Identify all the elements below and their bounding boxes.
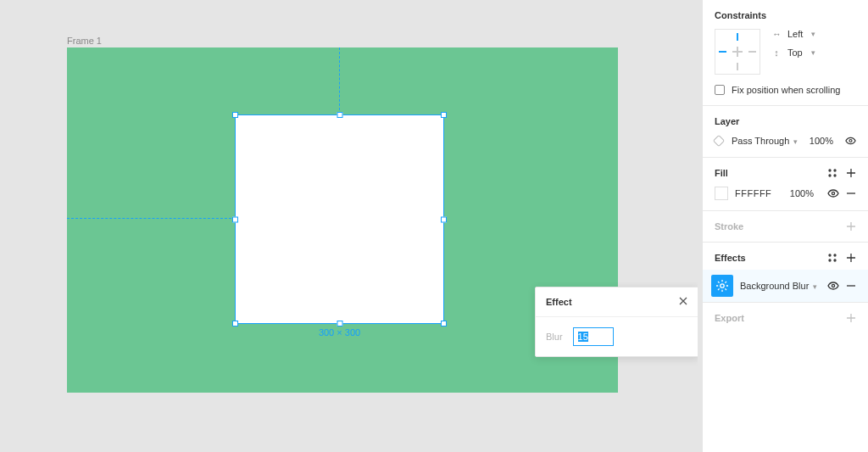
smart-guide-vertical: [339, 47, 340, 114]
vertical-arrows-icon: ↕: [772, 47, 781, 58]
chevron-down-icon: ▾: [811, 30, 815, 38]
svg-point-4: [834, 175, 836, 176]
scrollbar-thumb[interactable]: [698, 3, 703, 326]
effect-type-select[interactable]: Background Blur ▾: [740, 281, 821, 291]
horizontal-arrows-icon: ↔: [772, 29, 781, 39]
constraint-left-icon[interactable]: [719, 51, 726, 53]
add-stroke-icon[interactable]: [846, 221, 856, 232]
chevron-down-icon: ▾: [813, 282, 817, 291]
export-title: Export: [715, 313, 744, 323]
constraints-widget[interactable]: [715, 29, 760, 75]
svg-point-2: [834, 170, 836, 171]
svg-point-3: [829, 175, 831, 176]
blur-input[interactable]: [573, 327, 614, 346]
constraint-horizontal-value: Left: [787, 29, 803, 39]
frame-label[interactable]: Frame 1: [67, 36, 102, 46]
constraint-vertical-value: Top: [787, 47, 803, 58]
constraints-title: Constraints: [715, 10, 766, 20]
blend-mode-value: Pass Through: [732, 136, 789, 146]
blur-label: Blur: [546, 332, 563, 342]
effects-title: Effects: [715, 253, 746, 263]
chevron-down-icon: ▾: [811, 48, 815, 57]
svg-point-1: [829, 170, 831, 171]
effect-row: Background Blur ▾: [703, 270, 868, 302]
smart-guide-horizontal: [67, 218, 236, 219]
remove-fill-icon[interactable]: [846, 188, 856, 198]
fix-position-label: Fix position when scrolling: [732, 85, 840, 95]
effect-settings-button[interactable]: [711, 275, 733, 297]
visibility-toggle-icon[interactable]: [827, 187, 839, 199]
effect-settings-popover: Effect Blur: [535, 287, 699, 357]
export-section: Export: [703, 303, 868, 333]
constraint-center-icon[interactable]: [732, 47, 743, 57]
layer-section: Layer Pass Through ▾ 100%: [703, 106, 868, 158]
add-fill-icon[interactable]: [846, 168, 856, 178]
constraint-right-icon[interactable]: [748, 51, 756, 53]
fill-hex-input[interactable]: FFFFFF: [735, 188, 771, 198]
svg-point-11: [832, 284, 834, 287]
fill-opacity-input[interactable]: 100%: [790, 188, 814, 198]
effects-section: Effects Background Blur ▾: [703, 243, 868, 303]
constraint-vertical-select[interactable]: ↕ Top ▾: [772, 47, 815, 58]
remove-effect-icon[interactable]: [846, 281, 856, 291]
visibility-toggle-icon[interactable]: [827, 280, 839, 292]
rectangle-shape[interactable]: [236, 115, 443, 323]
add-effect-icon[interactable]: [846, 253, 856, 263]
canvas[interactable]: Frame 1 300 × 300: [0, 0, 702, 452]
svg-point-10: [721, 284, 724, 287]
chevron-down-icon: ▾: [793, 137, 798, 146]
svg-point-8: [829, 259, 831, 261]
svg-point-5: [832, 192, 834, 194]
layer-title: Layer: [715, 116, 739, 126]
fill-title: Fill: [715, 168, 728, 178]
style-picker-icon[interactable]: [827, 253, 837, 263]
fix-position-checkbox[interactable]: [715, 85, 725, 95]
svg-point-0: [849, 140, 852, 142]
visibility-toggle-icon[interactable]: [845, 135, 856, 147]
style-picker-icon[interactable]: [827, 168, 837, 178]
svg-point-6: [829, 254, 831, 256]
constraints-section: Constraints ↔ Left ▾ ↕ Top ▾: [703, 0, 868, 106]
blend-mode-icon: [713, 135, 725, 147]
effect-type-value: Background Blur: [740, 281, 809, 291]
stroke-section: Stroke: [703, 211, 868, 243]
add-export-icon[interactable]: [846, 313, 856, 323]
selection-size-label: 300 × 300: [236, 327, 443, 338]
layer-opacity-input[interactable]: 100%: [810, 136, 833, 146]
close-icon[interactable]: [678, 296, 688, 308]
svg-point-9: [834, 259, 836, 261]
blend-mode-select[interactable]: Pass Through ▾: [732, 136, 798, 146]
inspector-panel: Constraints ↔ Left ▾ ↕ Top ▾: [702, 0, 868, 452]
constraint-bottom-icon[interactable]: [737, 63, 738, 70]
popover-title: Effect: [546, 297, 572, 307]
constraint-top-icon[interactable]: [737, 33, 738, 41]
constraint-horizontal-select[interactable]: ↔ Left ▾: [772, 29, 815, 39]
stroke-title: Stroke: [715, 221, 743, 232]
svg-point-7: [834, 254, 836, 256]
fill-section: Fill FFFFFF 100%: [703, 158, 868, 211]
fill-swatch[interactable]: [715, 187, 728, 200]
